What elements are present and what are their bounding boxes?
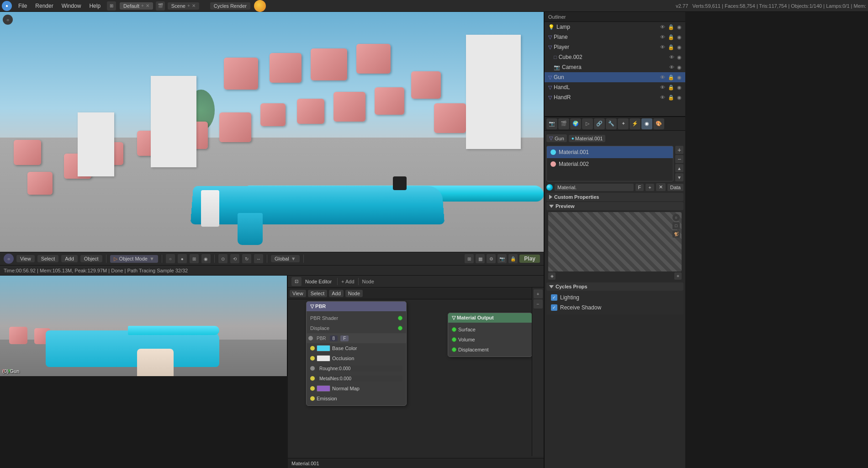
node-select-btn[interactable]: Select: [308, 290, 328, 297]
cube002-render-icon[interactable]: ◉: [677, 54, 682, 60]
gun-lock-icon[interactable]: 🔒: [668, 74, 674, 80]
handl-lock-icon[interactable]: 🔒: [668, 85, 674, 90]
material-output-node[interactable]: ▽ Material Output Surface Volume: [448, 313, 532, 357]
receive-shadow-checkbox[interactable]: [551, 304, 557, 311]
object-selector[interactable]: ▽ Gun: [546, 134, 567, 142]
view-menu[interactable]: View: [16, 255, 35, 262]
render-engine-selector[interactable]: Cycles Render: [210, 2, 250, 10]
prop-tab-texture[interactable]: 🎨: [653, 118, 664, 129]
outliner-lamp[interactable]: 💡 Lamp 👁 🔒 ◉: [545, 22, 685, 32]
node-view-btn[interactable]: View: [290, 290, 306, 297]
screen-layout-icon[interactable]: ⊞: [107, 1, 116, 11]
material-item-1[interactable]: Material.001: [547, 146, 673, 158]
node-zoom-out[interactable]: −: [534, 299, 543, 308]
lighting-checkbox[interactable]: [551, 294, 557, 301]
player-render-icon[interactable]: ◉: [677, 44, 682, 50]
outliner-handr[interactable]: ▽ HandR 👁 🔒 ◉: [545, 92, 685, 102]
remove-material-slot-btn[interactable]: −: [675, 155, 683, 163]
data-btn[interactable]: Data: [667, 184, 683, 191]
pbr-node[interactable]: ▽ PBR PBR Shader Displace: [306, 301, 407, 406]
solid-mode-icon[interactable]: ●: [178, 254, 187, 263]
ne-add-menu[interactable]: + Add: [341, 279, 354, 284]
cycles-props-header[interactable]: Cycles Props: [546, 282, 683, 291]
preview-plane-btn[interactable]: □: [672, 222, 680, 229]
outliner-plane[interactable]: ▽ Plane 👁 🔒 ◉: [545, 32, 685, 42]
camera-view[interactable]: X Y (0) Gun: [0, 276, 288, 376]
lamp-render-icon[interactable]: ◉: [677, 24, 682, 30]
move-slot-up-btn[interactable]: ▲: [675, 164, 683, 172]
handr-eye-icon[interactable]: 👁: [660, 95, 665, 100]
outliner-camera[interactable]: 📷 Camera 👁 ◉: [545, 62, 685, 72]
player-eye-icon[interactable]: 👁: [660, 44, 665, 50]
camera-eye-icon[interactable]: 👁: [669, 64, 674, 70]
prop-tab-material[interactable]: ◉: [641, 118, 652, 129]
blender-icon[interactable]: ●: [2, 1, 12, 11]
prop-tab-world[interactable]: 🌍: [570, 118, 581, 129]
prop-tab-scene[interactable]: 🎬: [558, 118, 569, 129]
workspace-default[interactable]: Default + ✕: [120, 2, 153, 10]
camera-render-icon[interactable]: ◉: [677, 64, 682, 70]
metalness-value[interactable]: MetalNes:0.000: [317, 376, 402, 382]
normal-map-swatch[interactable]: [317, 385, 330, 392]
outliner[interactable]: Outliner 💡 Lamp 👁 🔒 ◉ ▽ Plane 👁 🔒 ◉ ▽ Pl…: [545, 12, 685, 117]
node-zoom-in[interactable]: +: [534, 289, 543, 298]
object-menu[interactable]: Object: [80, 255, 102, 262]
plane-render-icon[interactable]: ◉: [677, 34, 682, 40]
wireframe-icon[interactable]: ⊞: [190, 254, 199, 263]
roughness-value[interactable]: Roughne:0.000: [317, 366, 402, 372]
handr-lock-icon[interactable]: 🔒: [668, 95, 674, 101]
move-slot-down-btn[interactable]: ▼: [675, 173, 683, 181]
preview-mode-2[interactable]: ≡: [674, 272, 682, 280]
preview-mode-1[interactable]: ◈: [548, 272, 556, 280]
gun-render-icon[interactable]: ◉: [677, 74, 682, 80]
player-lock-icon[interactable]: 🔒: [668, 44, 674, 50]
node-editor[interactable]: ⊡ Node Editor + Add Node: [288, 276, 544, 468]
preview-sphere-btn[interactable]: ○: [672, 214, 680, 221]
handl-eye-icon[interactable]: 👁: [660, 85, 665, 90]
plane-lock-icon[interactable]: 🔒: [668, 34, 674, 40]
add-material-btn[interactable]: +: [646, 184, 654, 191]
handl-render-icon[interactable]: ◉: [677, 85, 682, 90]
material-name-field[interactable]: Material.: [555, 184, 634, 191]
node-add-btn[interactable]: Add: [329, 290, 344, 297]
prop-tab-particles[interactable]: ✦: [618, 118, 629, 129]
lock-icon[interactable]: 🔒: [508, 254, 518, 263]
base-color-swatch[interactable]: [317, 345, 330, 351]
gun-eye-icon[interactable]: 👁: [660, 74, 665, 80]
viewport-3d[interactable]: ○: [0, 12, 544, 252]
snap-icon[interactable]: ⊙: [218, 254, 228, 263]
material-selector[interactable]: ● Material.001: [569, 135, 606, 142]
prop-tab-modifier[interactable]: 🔧: [606, 118, 617, 129]
viewport-tool-icon[interactable]: ○: [4, 254, 14, 264]
outliner-gun[interactable]: ▽ Gun 👁 🔒 ◉: [545, 72, 685, 82]
transform-icon[interactable]: ⟲: [230, 254, 239, 263]
plane-eye-icon[interactable]: 👁: [660, 34, 665, 40]
select-menu[interactable]: Select: [37, 255, 59, 262]
preview-monkey-btn[interactable]: 🐒: [672, 230, 680, 238]
workspace-scene[interactable]: Scene + ✕: [168, 2, 199, 10]
object-mode-dropdown[interactable]: ▷ Object Mode ▼: [110, 255, 158, 263]
menu-render[interactable]: Render: [32, 2, 57, 10]
add-material-slot-btn[interactable]: +: [675, 146, 683, 154]
prop-tab-constraints[interactable]: 🔗: [594, 118, 605, 129]
prop-tab-render[interactable]: 📷: [546, 118, 557, 129]
f-button[interactable]: F: [635, 184, 644, 191]
material-item-2[interactable]: Material.002: [547, 158, 673, 170]
draw-mode-icon[interactable]: ○: [166, 254, 175, 263]
remove-material-btn[interactable]: ✕: [656, 183, 666, 191]
preview-header[interactable]: Preview: [546, 202, 683, 210]
node-editor-area[interactable]: ▽ PBR PBR Shader Displace: [288, 287, 544, 456]
cube002-eye-icon[interactable]: 👁: [669, 54, 674, 60]
lamp-eye-icon[interactable]: 👁: [660, 24, 665, 30]
play-button[interactable]: Play: [519, 255, 540, 263]
handr-render-icon[interactable]: ◉: [677, 95, 682, 101]
viewport-mode-icon[interactable]: ○: [3, 15, 13, 25]
custom-properties-header[interactable]: Custom Properties: [546, 193, 683, 201]
menu-file[interactable]: File: [15, 2, 31, 10]
node-node-btn[interactable]: Node: [345, 290, 363, 297]
outliner-player[interactable]: ▽ Player 👁 🔒 ◉: [545, 42, 685, 52]
outliner-cube002[interactable]: □ Cube.002 👁 ◉: [545, 52, 685, 62]
rotate-icon[interactable]: ↻: [242, 254, 251, 263]
layers-icon[interactable]: ⊞: [465, 254, 474, 263]
global-dropdown[interactable]: Global ▼: [271, 255, 300, 262]
